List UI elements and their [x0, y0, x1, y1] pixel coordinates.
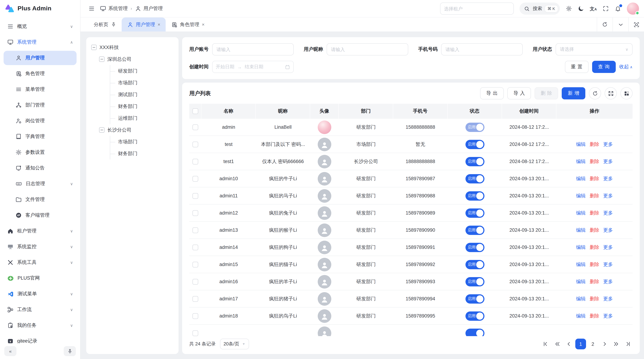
delete-link[interactable]: 删除: [590, 175, 599, 182]
breadcrumb-item-users[interactable]: 用户管理: [135, 5, 163, 12]
edit-link[interactable]: 编辑: [576, 175, 586, 182]
sidebar-item-文件管理[interactable]: 文件管理: [4, 192, 76, 207]
more-link[interactable]: 更多: [603, 193, 613, 199]
tree-node-财务部门[interactable]: 财务部门: [110, 100, 174, 112]
status-toggle[interactable]: [465, 329, 484, 336]
edit-link[interactable]: 编辑: [576, 244, 586, 251]
sidebar-item-部门管理[interactable]: 部门管理: [4, 98, 76, 112]
edit-link[interactable]: 编辑: [576, 210, 586, 216]
row-checkbox[interactable]: [192, 244, 198, 250]
sidebar-item-角色管理[interactable]: 角色管理: [4, 66, 76, 81]
tenant-select-input[interactable]: [440, 2, 514, 15]
status-toggle[interactable]: 启用: [465, 174, 484, 183]
row-checkbox[interactable]: [192, 210, 198, 216]
delete-link[interactable]: 删除: [590, 278, 599, 285]
delete-link[interactable]: 删除: [590, 313, 599, 319]
tree-collapse-box[interactable]: [99, 56, 104, 62]
sidebar-item-字典管理[interactable]: 字典管理: [4, 129, 76, 144]
more-link[interactable]: 更多: [603, 296, 613, 302]
global-search[interactable]: 搜索 ⌘ K: [520, 2, 560, 15]
edit-link[interactable]: 编辑: [576, 313, 586, 319]
sidebar-item-参数设置[interactable]: 参数设置: [4, 145, 76, 159]
delete-link[interactable]: 删除: [590, 296, 599, 302]
row-checkbox[interactable]: [192, 124, 198, 130]
edit-link[interactable]: 编辑: [576, 227, 586, 233]
row-checkbox[interactable]: [192, 262, 198, 267]
expand-table-button[interactable]: [605, 87, 617, 99]
date-range-picker[interactable]: 开始日期 → 结束日期: [212, 61, 294, 73]
sidebar-item-客户端管理[interactable]: 客户端管理: [4, 208, 76, 222]
select-all-checkbox[interactable]: [192, 108, 198, 114]
account-input[interactable]: [212, 43, 294, 55]
sidebar-item-通知公告[interactable]: 通知公告: [4, 161, 76, 175]
more-link[interactable]: 更多: [603, 141, 613, 147]
tree-node-市场部门[interactable]: 市场部门: [110, 136, 174, 148]
settings-icon[interactable]: [566, 5, 572, 12]
more-link[interactable]: 更多: [603, 158, 613, 165]
more-link[interactable]: 更多: [603, 261, 613, 268]
tab-menu-button[interactable]: [612, 17, 628, 31]
tab-角色管理[interactable]: 角色管理 ×: [166, 17, 210, 31]
tree-node-长沙分公司[interactable]: 长沙分公司: [99, 124, 174, 136]
delete-link[interactable]: 删除: [590, 141, 599, 147]
fullscreen-icon[interactable]: [602, 5, 609, 12]
row-checkbox[interactable]: [192, 176, 198, 181]
row-checkbox[interactable]: [192, 227, 198, 233]
row-checkbox[interactable]: [192, 141, 198, 147]
sidebar-item-日志管理[interactable]: DEV 日志管理 ∨: [4, 177, 76, 191]
tree-node-财务部门[interactable]: 财务部门: [110, 148, 174, 159]
nickname-input[interactable]: [327, 43, 408, 55]
import-button[interactable]: 导入: [507, 87, 531, 99]
sidebar-item-测试菜单[interactable]: 测试菜单 ∨: [4, 287, 76, 301]
last-page-button[interactable]: [622, 339, 632, 349]
sidebar-item-我的任务[interactable]: 我的任务 ∨: [4, 318, 76, 333]
sidebar-item-PLUS官网[interactable]: PLUS官网: [4, 271, 76, 285]
status-toggle[interactable]: 启用: [465, 277, 484, 286]
delete-link[interactable]: 删除: [590, 227, 599, 233]
refresh-tab-button[interactable]: [597, 17, 612, 31]
status-toggle[interactable]: 启用: [465, 208, 484, 218]
content-fullscreen-button[interactable]: [628, 17, 644, 31]
tree-node-XXX科技[interactable]: XXX科技: [91, 41, 174, 53]
delete-link[interactable]: 删除: [590, 158, 599, 165]
tree-node-运维部门[interactable]: 运维部门: [110, 112, 174, 124]
user-avatar[interactable]: [627, 2, 639, 15]
status-toggle[interactable]: 启用: [465, 311, 484, 321]
more-link[interactable]: 更多: [603, 278, 613, 285]
row-checkbox[interactable]: [192, 313, 198, 319]
next-page-button[interactable]: [600, 339, 610, 349]
status-toggle[interactable]: 启用: [465, 260, 484, 269]
row-checkbox[interactable]: [192, 296, 198, 302]
status-toggle[interactable]: 启用: [465, 140, 484, 149]
tree-node-测试部门[interactable]: 测试部门: [110, 89, 174, 100]
tree-collapse-box[interactable]: [99, 127, 104, 133]
page-button-1[interactable]: 1: [575, 339, 586, 349]
export-button[interactable]: 导出: [480, 87, 504, 99]
breadcrumb-item-system[interactable]: 系统管理: [100, 5, 128, 12]
delete-link[interactable]: 删除: [590, 210, 599, 216]
sidebar-item-租户管理[interactable]: 租户管理 ∨: [4, 224, 76, 238]
more-link[interactable]: 更多: [603, 210, 613, 216]
page-size-select[interactable]: 20条/页 ▼: [220, 339, 249, 349]
more-link[interactable]: 更多: [603, 313, 613, 319]
tab-close-icon[interactable]: ×: [202, 22, 204, 27]
more-link[interactable]: 更多: [603, 244, 613, 251]
edit-link[interactable]: 编辑: [576, 141, 586, 147]
more-link[interactable]: 更多: [603, 175, 613, 182]
jump-forward-button[interactable]: [611, 339, 621, 349]
status-toggle[interactable]: 启用: [465, 225, 484, 235]
phone-input[interactable]: [441, 43, 523, 55]
row-checkbox[interactable]: [192, 159, 198, 164]
sidebar-item-概览[interactable]: 概览 ∨: [4, 19, 76, 34]
status-toggle[interactable]: 启用: [465, 191, 484, 200]
row-checkbox[interactable]: [192, 330, 198, 336]
column-settings-button[interactable]: [620, 87, 632, 99]
pin-icon[interactable]: [111, 22, 116, 27]
tab-用户管理[interactable]: 用户管理 ×: [122, 17, 166, 31]
add-button[interactable]: 新增: [562, 87, 585, 99]
delete-link[interactable]: 删除: [590, 193, 599, 199]
notifications-bell-icon[interactable]: [615, 5, 621, 12]
edit-link[interactable]: 编辑: [576, 261, 586, 268]
search-button[interactable]: 查询: [592, 61, 616, 73]
edit-link[interactable]: 编辑: [576, 296, 586, 302]
